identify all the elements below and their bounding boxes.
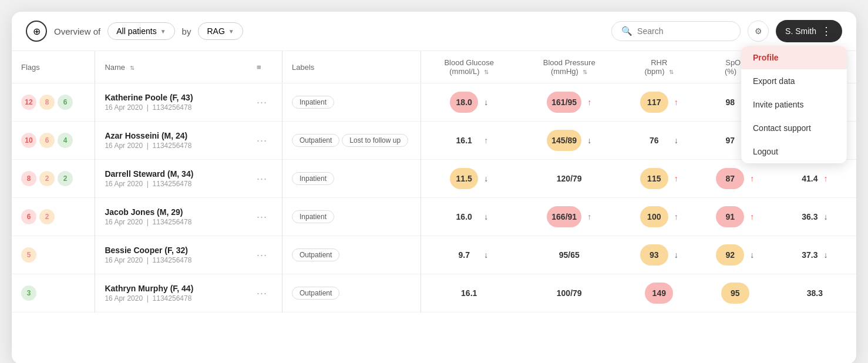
profile-menu-item-profile[interactable]: Profile <box>741 46 847 69</box>
label-tag: Outpatient <box>292 134 339 147</box>
col-header-name[interactable]: Name ⇅ <box>95 51 247 83</box>
all-patients-dropdown[interactable]: All patients ▼ <box>107 22 174 40</box>
profile-menu-item-logout[interactable]: Logout <box>741 140 847 163</box>
trend-down-icon: ↓ <box>823 250 827 260</box>
table-row: 1286 Katherine Poole (F, 43) 16 Apr 2020… <box>12 83 856 122</box>
table-row: 5 Bessie Cooper (F, 32) 16 Apr 2020 | 11… <box>12 236 856 274</box>
col-header-menu: ≡ <box>247 51 282 83</box>
row-menu-button[interactable]: ··· <box>257 135 267 146</box>
rhr-cell: 117 ↑ <box>621 83 698 122</box>
bg-cell: 11.5 ↓ <box>420 160 517 198</box>
dots-icon: ⋮ <box>821 25 833 38</box>
name-cell: Bessie Cooper (F, 32) 16 Apr 2020 | 1134… <box>95 236 247 274</box>
table-row: 822 Darrell Steward (M, 34) 16 Apr 2020 … <box>12 160 856 198</box>
col-header-bg[interactable]: Blood Glucose(mmol/L) ⇅ <box>420 51 517 83</box>
flag-badge: 2 <box>39 209 55 224</box>
bg-value: 11.5 <box>450 168 478 189</box>
rag-dropdown[interactable]: RAG ▼ <box>198 22 243 40</box>
app-container: ⊕ Overview of All patients ▼ by RAG ▼ 🔍 … <box>12 12 856 363</box>
label-tag: Outpatient <box>292 287 339 300</box>
extra-value-cell: 37.3↓ <box>783 250 847 260</box>
profile-menu-item-export[interactable]: Export data <box>741 69 847 93</box>
bp-value: 120/79 <box>552 168 587 189</box>
trend-up-icon: ↑ <box>674 98 678 107</box>
label-tag: Lost to follow up <box>342 134 408 147</box>
row-menu-button[interactable]: ··· <box>257 287 267 299</box>
flag-badge: 6 <box>21 209 36 224</box>
col-header-bp[interactable]: Blood Pressure(mmHg) ⇅ <box>517 51 621 83</box>
flags-cell: 5 <box>12 236 95 274</box>
sort-icon: ⇅ <box>669 69 674 75</box>
patient-name: Jacob Jones (M, 29) <box>105 207 238 217</box>
row-menu-button[interactable]: ··· <box>257 211 267 223</box>
search-box: 🔍 <box>611 21 741 41</box>
chevron-down-icon: ▼ <box>228 28 234 35</box>
bp-cell: 120/79 <box>517 160 621 198</box>
bg-value: 16.1 <box>450 130 478 151</box>
rhr-cell: 76 ↓ <box>621 122 698 160</box>
patient-name: Azar Hosseini (M, 24) <box>105 131 238 140</box>
overview-label: Overview of <box>54 26 100 36</box>
bg-value: 16.1 <box>455 283 483 304</box>
table-row: 62 Jacob Jones (M, 29) 16 Apr 2020 | 113… <box>12 198 856 236</box>
flags-cell: 3 <box>12 274 95 312</box>
labels-cell: OutpatientLost to follow up <box>282 122 420 160</box>
profile-menu-item-invite[interactable]: Invite patients <box>741 93 847 116</box>
logo-icon: ⊕ <box>26 21 47 42</box>
bg-value: 18.0 <box>450 92 478 113</box>
flag-badge: 8 <box>21 171 36 186</box>
rhr-value: 93 <box>640 244 668 265</box>
row-menu-button[interactable]: ··· <box>257 96 267 108</box>
table-row: 3 Kathryn Murphy (F, 44) 16 Apr 2020 | 1… <box>12 274 856 312</box>
row-menu-cell: ··· <box>247 236 282 274</box>
profile-dropdown: Profile Export data Invite patients Cont… <box>741 46 847 163</box>
user-name-label: S. Smith <box>785 26 816 36</box>
name-cell: Kathryn Murphy (F, 44) 16 Apr 2020 | 113… <box>95 274 247 312</box>
extra-cell: 37.3↓ <box>773 236 856 274</box>
chevron-down-icon: ▼ <box>160 28 166 35</box>
flag-badge: 4 <box>58 133 73 148</box>
trend-up-icon: ↑ <box>750 212 754 221</box>
patient-meta: 16 Apr 2020 | 1134256478 <box>105 180 238 188</box>
bg-cell: 18.0 ↓ <box>420 83 517 122</box>
bp-value: 166/91 <box>547 206 581 227</box>
flag-badge: 10 <box>21 133 36 148</box>
patient-table-wrapper: Flags Name ⇅ ≡ Labels Blood Glucose(mmol… <box>12 51 856 312</box>
patient-meta: 16 Apr 2020 | 1134256478 <box>105 294 238 302</box>
extra-cell: 41.4↑ <box>773 160 856 198</box>
bp-cell: 145/89 ↓ <box>517 122 621 160</box>
trend-down-icon: ↓ <box>587 136 591 145</box>
bp-cell: 161/95 ↑ <box>517 83 621 122</box>
patient-table: Flags Name ⇅ ≡ Labels Blood Glucose(mmol… <box>12 51 856 312</box>
name-cell: Katherine Poole (F, 43) 16 Apr 2020 | 11… <box>95 83 247 122</box>
col-header-rhr[interactable]: RHR(bpm) ⇅ <box>621 51 698 83</box>
spo2-value: 91 <box>716 206 744 227</box>
user-menu-button[interactable]: S. Smith ⋮ <box>776 20 842 42</box>
label-tag: Inpatient <box>292 210 334 223</box>
filter-button[interactable]: ⚙ <box>748 21 769 42</box>
row-menu-cell: ··· <box>247 83 282 122</box>
flag-badge: 5 <box>21 247 36 263</box>
profile-menu-item-contact[interactable]: Contact support <box>741 116 847 140</box>
spo2-cell: 92 ↓ <box>697 236 773 274</box>
trend-up-icon: ↑ <box>674 212 678 221</box>
row-menu-button[interactable]: ··· <box>257 173 267 184</box>
col-header-labels: Labels <box>282 51 420 83</box>
rhr-value: 115 <box>640 168 668 189</box>
rhr-cell: 115 ↑ <box>621 160 698 198</box>
rhr-value: 76 <box>640 130 668 151</box>
trend-up-icon: ↑ <box>587 212 591 221</box>
bp-value: 145/89 <box>547 130 581 151</box>
spo2-cell: 91 ↑ <box>697 198 773 236</box>
bg-value: 16.0 <box>450 206 478 227</box>
spo2-value: 87 <box>716 168 744 189</box>
trend-up-icon: ↑ <box>750 174 754 183</box>
patient-meta: 16 Apr 2020 | 1134256478 <box>105 103 238 112</box>
label-tag: Inpatient <box>292 172 334 185</box>
search-input[interactable] <box>637 26 731 36</box>
row-menu-button[interactable]: ··· <box>257 249 267 261</box>
extra-value-cell: 38.3 <box>783 288 847 298</box>
row-menu-cell: ··· <box>247 160 282 198</box>
row-menu-cell: ··· <box>247 122 282 160</box>
row-menu-cell: ··· <box>247 198 282 236</box>
